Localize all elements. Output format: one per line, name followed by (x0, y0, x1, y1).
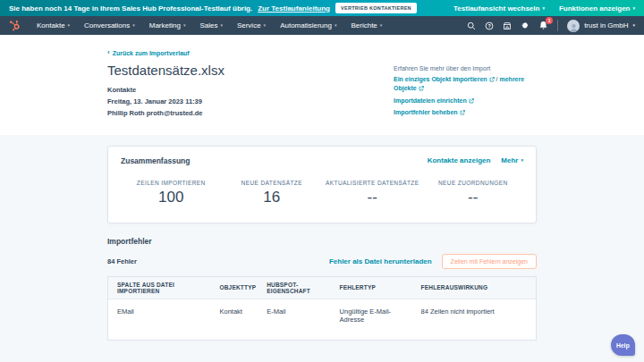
import-errors-title: Importfehler (107, 237, 537, 246)
nav-item-automatisierung[interactable]: Automatisierung▾ (273, 21, 343, 29)
nav-item-label: Kontakte (37, 21, 65, 29)
import-file-info: Testdatensätze.xlsx Kontakte Freitag, 13… (107, 63, 225, 121)
nav-item-label: Marketing (149, 21, 181, 29)
stat-value: -- (322, 189, 423, 206)
stat-label: NEUE ZUORDNUNGEN (423, 180, 524, 186)
chevron-down-icon: ▾ (632, 6, 635, 11)
back-link-label: Zurück zum Importverlauf (113, 50, 190, 56)
column-header: FEHLERAUSWIRKUNG (412, 276, 537, 299)
column-header: FEHLERTYP (331, 276, 412, 299)
chevron-down-icon: ▾ (542, 6, 545, 11)
learn-more-heading: Erfahren Sie mehr über den Import (394, 65, 537, 72)
stat-rows-imported: ZEILEN IMPORTIEREN 100 (121, 180, 222, 206)
download-errors-link[interactable]: Fehler als Datei herunterladen (329, 257, 432, 265)
svg-text:?: ? (488, 22, 491, 28)
notifications-bell-icon[interactable]: 1 (538, 21, 548, 30)
trial-banner-right: Testlaufansicht wechseln ▾ Funktionen an… (453, 4, 635, 13)
stat-label: AKTUALISIERTE DATENSÄTZE (322, 180, 423, 186)
trial-guide-link[interactable]: Zur Testlaufanleitung (258, 4, 330, 13)
import-object-type: Kontakte (107, 84, 225, 96)
nav-utilities: ? 1 trust in GmbH ▾ (467, 20, 635, 32)
nav-item-label: Automatisierung (280, 21, 332, 29)
show-features-dropdown[interactable]: Funktionen anzeigen ▾ (559, 4, 635, 13)
view-contacts-link[interactable]: Kontakte anzeigen (428, 156, 491, 164)
import-single-object-link[interactable]: Ein einziges Objekt importieren (394, 76, 487, 82)
chevron-down-icon: ▾ (68, 23, 71, 28)
nav-item-label: Sales (199, 21, 217, 29)
nav-item-service[interactable]: Service▾ (230, 21, 273, 29)
summary-title: Zusammenfassung (121, 156, 190, 165)
contact-sales-button[interactable]: Vertrieb kontaktieren (335, 3, 417, 13)
stat-label: ZEILEN IMPORTIEREN (121, 180, 222, 186)
stat-value: 100 (121, 189, 222, 206)
trial-message: Sie haben noch 14 Tage in Ihrem Sales Hu… (9, 4, 252, 13)
stat-value: -- (423, 189, 524, 206)
trial-banner-left: Sie haben noch 14 Tage in Ihrem Sales Hu… (9, 3, 417, 13)
summary-card: Zusammenfassung Kontakte anzeigen Mehr ▾… (107, 146, 537, 223)
settings-gear-icon[interactable] (521, 21, 530, 30)
chevron-down-icon: ▾ (183, 23, 186, 28)
help-widget-button[interactable]: Help (611, 334, 635, 356)
fix-import-errors-link[interactable]: Importfehler beheben (394, 109, 458, 115)
nav-item-label: Berichte (351, 21, 377, 29)
link-separator: / (496, 76, 498, 82)
help-icon[interactable]: ? (485, 21, 494, 30)
page-title: Testdatensätze.xlsx (107, 63, 225, 78)
import-errors-table: SPALTE AUS DATEI IMPORTIEREN OBJEKTTYP H… (107, 276, 537, 341)
show-features-label: Funktionen anzeigen (559, 4, 631, 13)
hubspot-logo-icon[interactable] (9, 20, 21, 31)
table-row: EMail Kontakt E-Mail Ungültige E-Mail-Ad… (108, 299, 537, 340)
nav-item-label: Conversations (84, 21, 130, 29)
import-author: Phillip Roth proth@trusted.de (107, 107, 225, 119)
search-icon[interactable] (467, 21, 476, 30)
chevron-down-icon: ▾ (335, 23, 337, 28)
stat-new-associations: NEUE ZUORDNUNGEN -- (423, 180, 524, 206)
external-link-icon (489, 76, 495, 84)
back-to-import-history-link[interactable]: ‹ Zurück zum Importverlauf (107, 49, 190, 56)
chevron-left-icon: ‹ (107, 49, 110, 56)
nav-item-marketing[interactable]: Marketing▾ (142, 21, 193, 29)
learn-more-panel: Erfahren Sie mehr über den Import Ein ei… (394, 63, 537, 121)
chevron-down-icon: ▾ (632, 23, 635, 28)
main-content: Zusammenfassung Kontakte anzeigen Mehr ▾… (0, 135, 644, 341)
cell-hubspot-property: E-Mail (258, 299, 330, 340)
summary-stats: ZEILEN IMPORTIEREN 100 NEUE DATENSÄTZE 1… (121, 180, 523, 206)
stat-label: NEUE DATENSÄTZE (222, 180, 323, 186)
cell-object-type: Kontakt (210, 299, 258, 340)
stat-updated-records: AKTUALISIERTE DATENSÄTZE -- (322, 180, 423, 206)
main-navbar: Kontakte▾ Conversations▾ Marketing▾ Sale… (0, 16, 644, 35)
column-header: HUBSPOT-EIGENSCHAFT (258, 276, 330, 299)
chevron-down-icon: ▾ (132, 23, 135, 28)
chevron-down-icon: ▾ (521, 158, 523, 163)
nav-menu: Kontakte▾ Conversations▾ Marketing▾ Sale… (30, 21, 389, 29)
marketplace-icon[interactable] (503, 21, 512, 30)
nav-item-sales[interactable]: Sales▾ (192, 21, 230, 29)
import-errors-section: Importfehler 84 Fehler Fehler als Datei … (107, 237, 537, 341)
nav-item-kontakte[interactable]: Kontakte▾ (30, 21, 77, 29)
column-header: SPALTE AUS DATEI IMPORTIEREN (108, 276, 211, 299)
switch-trial-view-label: Testlaufansicht wechseln (453, 4, 539, 13)
cell-error-type: Ungültige E-Mail-Adresse (331, 299, 412, 340)
chevron-down-icon: ▾ (220, 23, 223, 28)
column-header: OBJEKTTYP (210, 276, 258, 299)
more-dropdown[interactable]: Mehr ▾ (501, 156, 523, 164)
import-date: Freitag, 13. Januar 2023 11:39 (107, 96, 225, 107)
error-count: 84 Fehler (107, 257, 137, 265)
external-link-icon (419, 85, 424, 93)
switch-trial-view-dropdown[interactable]: Testlaufansicht wechseln ▾ (453, 4, 545, 13)
table-header-row: SPALTE AUS DATEI IMPORTIEREN OBJEKTTYP H… (108, 276, 537, 299)
chevron-down-icon: ▾ (264, 23, 267, 28)
setup-import-files-link[interactable]: Importdateien einrichten (394, 97, 467, 104)
account-name: trust in GmbH (584, 21, 628, 29)
more-dropdown-label: Mehr (501, 156, 518, 164)
trial-banner: Sie haben noch 14 Tage in Ihrem Sales Hu… (0, 0, 644, 16)
nav-item-conversations[interactable]: Conversations▾ (77, 21, 142, 29)
nav-divider (557, 20, 558, 31)
nav-item-berichte[interactable]: Berichte▾ (343, 21, 389, 29)
account-menu[interactable]: trust in GmbH ▾ (567, 20, 635, 32)
external-link-icon (460, 109, 465, 117)
cell-error-impact: 84 Zeilen nicht importiert (412, 299, 537, 340)
show-error-rows-button[interactable]: Zeilen mit Fehlern anzeigen (442, 254, 537, 269)
stat-new-records: NEUE DATENSÄTZE 16 (222, 180, 323, 206)
stat-value: 16 (222, 189, 323, 206)
